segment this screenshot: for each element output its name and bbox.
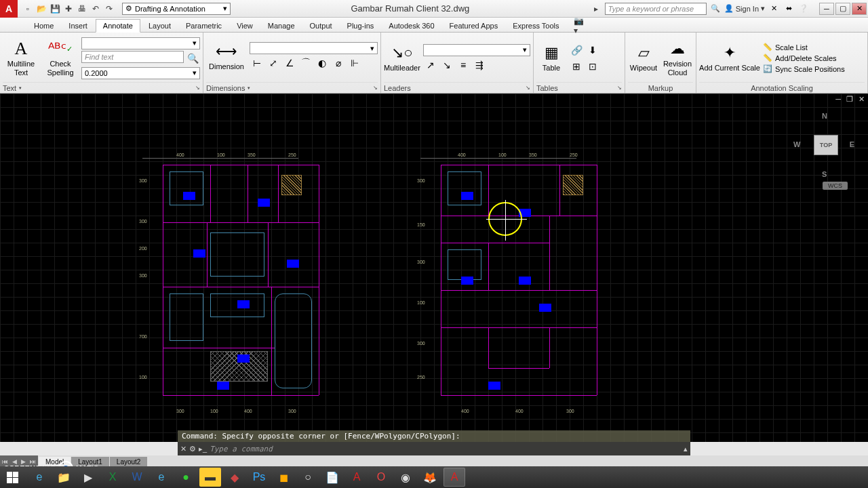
undo-icon[interactable]: ↶ [90,3,102,15]
leader-style-dropdown[interactable]: ▾ [423,44,530,56]
dim-linear-icon[interactable]: ⊢ [250,56,264,70]
open-icon[interactable]: 📂 [35,3,47,15]
ribbon-cam-icon[interactable]: 📷▾ [574,20,586,32]
app-logo[interactable]: A [0,0,18,18]
viewcube[interactable]: N W E S TOP [793,110,854,178]
search-input[interactable]: Type a keyword or phrase [605,3,707,15]
tab-plugins[interactable]: Plug-ins [340,20,381,32]
excel-icon[interactable]: X [102,468,123,487]
autocad-running-icon[interactable]: A [443,468,465,487]
dialog-launcher-icon[interactable]: ↘ [195,85,200,91]
dim-radius-icon[interactable]: ◐ [315,56,330,70]
notepad-icon[interactable]: 📄 [321,468,343,487]
dim-style-dropdown[interactable]: ▾ [250,42,378,54]
sync-scale-button[interactable]: 🔄Sync Scale Positions [763,64,865,73]
exchange-icon[interactable]: ✕ [768,3,780,15]
download-icon[interactable]: ⬇ [585,43,600,58]
a360-icon[interactable]: ⬌ [783,3,795,15]
tab-view[interactable]: View [230,20,260,32]
command-line[interactable]: ✕ ⚙ ▸_ Type a command ▴ [178,442,690,455]
tab-manage[interactable]: Manage [261,20,302,32]
dim-diameter-icon[interactable]: ⌀ [331,56,346,70]
text-style-dropdown[interactable]: ▾ [81,37,200,49]
scale-list-button[interactable]: 📏Scale List [763,43,865,52]
help-icon[interactable]: ❔ [797,3,810,15]
text-height-dropdown[interactable]: 0.2000▾ [81,67,200,79]
tab-parametric[interactable]: Parametric [179,20,229,32]
app-icon-2[interactable]: ○ [297,468,319,487]
saveas-icon[interactable]: ✚ [62,3,75,15]
add-current-scale-button[interactable]: ✦ Add Current Scale [699,36,760,81]
viewcube-north[interactable]: N [822,112,827,120]
firefox-icon[interactable]: 🦊 [419,468,441,487]
close-button[interactable]: ✕ [852,3,867,15]
save-icon[interactable]: 💾 [49,3,61,15]
chrome-icon[interactable]: ◉ [395,468,416,487]
viewcube-east[interactable]: E [850,140,854,148]
maximize-button[interactable]: ▢ [835,3,850,15]
panel-expand-icon[interactable]: ▾ [19,85,22,91]
tab-layout2[interactable]: Layout2 [110,457,148,467]
explorer-icon[interactable]: 📁 [53,468,75,487]
dialog-launcher-icon[interactable]: ↘ [373,85,378,91]
check-spelling-button[interactable]: ᴬᴮᶜ✓ Check Spelling [42,36,79,81]
find-icon[interactable]: 🔍 [185,51,200,66]
cmd-options-icon[interactable]: ⚙ [189,445,196,453]
leader-add-icon[interactable]: ↗ [423,58,438,73]
tab-express[interactable]: Express Tools [506,20,566,32]
sticky-icon[interactable]: ▬ [199,468,221,487]
panel-expand-icon[interactable]: ▾ [248,85,250,91]
tab-annotate[interactable]: Annotate [96,19,140,33]
workspace-dropdown[interactable]: ⚙ Drafting & Annotation ▾ [122,3,231,15]
opera-icon[interactable]: O [370,468,392,487]
multileader-button[interactable]: ↘○ Multileader [384,36,420,81]
doc-minimize-icon[interactable]: ─ [833,95,843,104]
photoshop-icon[interactable]: Ps [248,468,270,487]
link-data-icon[interactable]: 🔗 [569,43,584,58]
viewcube-west[interactable]: W [793,140,800,148]
cmd-close-icon[interactable]: ✕ [180,445,186,453]
find-text-input[interactable]: Find text [81,51,184,63]
sublime-icon[interactable]: ◼ [273,468,294,487]
command-input[interactable]: Type a command [210,445,681,453]
viewcube-top[interactable]: TOP [814,135,838,155]
leader-align-icon[interactable]: ≡ [456,58,471,73]
redo-icon[interactable]: ↷ [103,3,115,15]
drawing-canvas[interactable]: ─ ❐ ✕ N W E S TOP WCS 400 100 350 250 [0,94,868,442]
revision-cloud-button[interactable]: ☁ Revision Cloud [662,36,693,81]
dim-aligned-icon[interactable]: ⤢ [266,56,281,70]
add-delete-scales-button[interactable]: 📏Add/Delete Scales [763,54,865,62]
minimize-button[interactable]: ─ [819,3,834,15]
media-icon[interactable]: ▶ [77,468,99,487]
dim-arc-icon[interactable]: ⌒ [298,56,313,70]
tab-home[interactable]: Home [27,20,60,32]
line-icon[interactable]: ● [175,468,197,487]
word-icon[interactable]: W [126,468,148,487]
leader-remove-icon[interactable]: ↘ [439,58,454,73]
table-button[interactable]: ▦ Table [536,36,566,81]
leader-collect-icon[interactable]: ⇶ [472,58,487,73]
plot-icon[interactable]: 🖶 [76,3,88,15]
viewcube-south[interactable]: S [822,170,827,178]
tab-output[interactable]: Output [303,20,339,32]
edge-icon[interactable]: e [151,468,172,487]
extract-data-icon[interactable]: ⊞ [569,59,584,74]
doc-restore-icon[interactable]: ❐ [844,95,855,104]
table-style-icon[interactable]: ⊡ [585,59,600,74]
start-button[interactable] [0,466,24,488]
dim-continue-icon[interactable]: ⊩ [347,56,362,70]
dialog-launcher-icon[interactable]: ↘ [617,85,622,91]
signin-button[interactable]: 👤 Sign In ▾ [724,4,765,13]
new-icon[interactable]: ▫ [22,3,34,15]
dimension-button[interactable]: ⟷ Dimension [206,34,247,79]
multiline-text-button[interactable]: A Multiline Text [3,36,39,81]
cmd-expand-icon[interactable]: ▴ [684,445,688,453]
tab-autodesk360[interactable]: Autodesk 360 [382,20,441,32]
tab-layout[interactable]: Layout [142,20,178,32]
wipeout-button[interactable]: ▱ Wipeout [628,36,659,81]
search-arrow-icon[interactable]: ▸ [590,3,602,15]
app-icon-1[interactable]: ◆ [224,468,245,487]
wcs-badge[interactable]: WCS [823,182,848,190]
dialog-launcher-icon[interactable]: ↘ [526,85,530,91]
doc-close-icon[interactable]: ✕ [856,95,867,104]
